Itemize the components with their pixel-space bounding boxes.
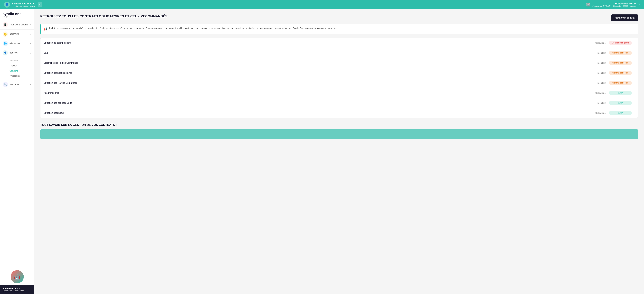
decisions-icon: 🌐: [2, 41, 8, 46]
contract-row[interactable]: Entretien des Parties Communes Facultati…: [40, 78, 638, 88]
contract-badge: Contrat conseillé: [609, 51, 632, 55]
contract-type: Facultatif: [586, 102, 606, 104]
contract-row[interactable]: Entretien panneaux solaires Facultatif C…: [40, 68, 638, 78]
contract-badge: Actif: [609, 111, 632, 115]
logo-text: syndic one: [2, 12, 32, 16]
contract-chevron-icon: ›: [634, 91, 635, 94]
add-contract-button[interactable]: Ajouter un contrat: [611, 15, 638, 21]
nav-section-gestion: 👤 GESTION ▲ Sinistres Travaux Contrats P…: [0, 48, 34, 80]
contract-badge: Actif: [609, 91, 632, 95]
sidebar: syndic one sergic 📱 TABLEAU DE BORD ▼ 🪙 …: [0, 9, 34, 294]
contract-name: Electricité des Parties Communes: [44, 62, 586, 64]
contract-chevron-icon: ›: [634, 81, 635, 84]
user-info: Bienvenue xxxx XXXX Président du conseil…: [12, 2, 36, 7]
mascot-image: 🤖: [11, 270, 24, 283]
sidebar-item-gestion[interactable]: 👤 GESTION ▲: [0, 48, 34, 57]
contract-type: Facultatif: [586, 72, 606, 74]
sidebar-item-sinistres[interactable]: Sinistres: [0, 58, 34, 63]
building-icon: 🏢: [586, 3, 590, 7]
alert-icon: 📢: [44, 27, 48, 32]
sidebar-nav: 📱 TABLEAU DE BORD ▼ 🪙 COMPTES ▼ 🌐 DÉCISI…: [0, 20, 34, 268]
contract-chevron-icon: ›: [634, 101, 635, 104]
contract-row[interactable]: Entretien ascenseur Obligatoire Actif ›: [40, 108, 638, 118]
gestion-icon: 👤: [2, 50, 8, 55]
tableau-de-bord-label: TABLEAU DE BORD: [10, 24, 28, 26]
contract-row[interactable]: Eau Facultatif Contrat conseillé ›: [40, 48, 638, 58]
tableau-de-bord-icon: 📱: [2, 22, 8, 27]
decisions-label: DÉCISIONS: [10, 43, 20, 45]
contract-type: Facultatif: [586, 52, 606, 54]
gestion-chevron-icon: ▲: [30, 52, 32, 54]
nav-section-comptes: 🪙 COMPTES ▼: [0, 30, 34, 39]
comptes-label: COMPTES: [10, 33, 19, 35]
user-name: Bienvenue xxxx XXXX: [12, 2, 36, 5]
contract-name: Entretien ascenseur: [44, 111, 586, 114]
contract-name: Entretien des espaces verts: [44, 102, 586, 104]
contract-badge: Contrat manquant: [609, 41, 632, 45]
contract-type: Obligatoire: [586, 92, 606, 94]
residence-info: Résidence xxxxxxx n°xx avenue XXXXXXX - …: [592, 2, 636, 7]
contract-name: Entretien de colonne sèche: [44, 42, 586, 44]
contract-name: Entretien panneaux solaires: [44, 72, 586, 74]
services-label: SERVICES: [10, 83, 19, 85]
contract-type: Facultatif: [586, 62, 606, 64]
services-chevron-icon: ▼: [30, 84, 32, 85]
sidebar-item-decisions[interactable]: 🌐 DÉCISIONS ▼: [0, 39, 34, 48]
gestion-sub-items: Sinistres Travaux Contrats Procédures: [0, 57, 34, 80]
user-role: Président du conseil syndical: [12, 5, 36, 7]
alert-box: 📢 La liste ci-dessous est personnalisée …: [40, 24, 638, 34]
decisions-chevron-icon: ▼: [30, 43, 32, 45]
residence-name: Résidence xxxxxxx: [592, 2, 636, 5]
tableau-de-bord-chevron-icon: ▼: [30, 24, 32, 26]
contract-type: Obligatoire: [586, 112, 606, 114]
contract-badge: Contrat conseillé: [609, 81, 632, 85]
section2-title: Tout savoir sur la gestion de vos contra…: [40, 123, 638, 127]
sidebar-item-contrats[interactable]: Contrats: [0, 68, 34, 73]
sidebar-item-procedures[interactable]: Procédures: [0, 73, 34, 78]
alert-text: La liste ci-dessous est personnalisée en…: [49, 27, 338, 30]
header-right: 🏢 Résidence xxxxxxx n°xx avenue XXXXXXX …: [586, 2, 640, 7]
contract-chevron-icon: ›: [634, 41, 635, 44]
residence-chevron-icon[interactable]: ▼: [638, 4, 640, 6]
sidebar-item-travaux[interactable]: Travaux: [0, 63, 34, 68]
main-layout: syndic one sergic 📱 TABLEAU DE BORD ▼ 🪙 …: [0, 9, 644, 294]
contract-row[interactable]: Assurance MRI Obligatoire Actif ›: [40, 88, 638, 98]
sidebar-item-services[interactable]: 🔧 SERVICES ▼: [0, 80, 34, 89]
contract-badge: Contrat conseillé: [609, 71, 632, 75]
contract-name: Entretien des Parties Communes: [44, 82, 586, 84]
sidebar-item-comptes[interactable]: 🪙 COMPTES ▼: [0, 30, 34, 39]
user-avatar: 👤: [4, 2, 10, 8]
comptes-chevron-icon: ▼: [30, 33, 32, 35]
content-area: Retrouvez tous les contrats obligatoires…: [34, 9, 644, 294]
gestion-label: GESTION: [10, 52, 18, 54]
sidebar-mascot: 🤖: [0, 268, 34, 285]
header-action-button[interactable]: ⊕: [38, 2, 42, 7]
contract-row[interactable]: Electricité des Parties Communes Faculta…: [40, 58, 638, 68]
contract-badge: Actif: [609, 101, 632, 105]
contract-chevron-icon: ›: [634, 51, 635, 54]
residence-address: n°xx avenue XXXXXXX - Bâtiment x - 00 00…: [592, 5, 636, 7]
nav-section-services: 🔧 SERVICES ▼: [0, 80, 34, 89]
help-title: ? Besoin d'aide ?: [2, 287, 32, 290]
logo-sub: sergic: [2, 16, 32, 18]
help-subtitle: Syndic One à votre écoute: [2, 290, 32, 292]
contract-row[interactable]: Entretien des espaces verts Facultatif A…: [40, 98, 638, 108]
contract-chevron-icon: ›: [634, 111, 635, 114]
contract-row[interactable]: Entretien de colonne sèche Obligatoire C…: [40, 38, 638, 48]
sidebar-help[interactable]: ? Besoin d'aide ? Syndic One à votre éco…: [0, 285, 34, 294]
nav-section-tableau-de-bord: 📱 TABLEAU DE BORD ▼: [0, 20, 34, 30]
contracts-list: Entretien de colonne sèche Obligatoire C…: [40, 38, 638, 118]
comptes-icon: 🪙: [2, 32, 8, 37]
top-header: 👤 Bienvenue xxxx XXXX Président du conse…: [0, 0, 644, 9]
contract-badge: Contrat conseillé: [609, 61, 632, 65]
bottom-card-preview: [40, 129, 638, 139]
sidebar-logo: syndic one sergic: [0, 9, 34, 20]
contract-chevron-icon: ›: [634, 61, 635, 64]
contract-chevron-icon: ›: [634, 71, 635, 74]
contract-type: Obligatoire: [586, 42, 606, 44]
contract-name: Eau: [44, 52, 586, 54]
sidebar-item-tableau-de-bord[interactable]: 📱 TABLEAU DE BORD ▼: [0, 20, 34, 29]
contract-type: Facultatif: [586, 82, 606, 84]
header-left: 👤 Bienvenue xxxx XXXX Président du conse…: [4, 2, 42, 8]
page-title: Retrouvez tous les contrats obligatoires…: [40, 15, 168, 18]
